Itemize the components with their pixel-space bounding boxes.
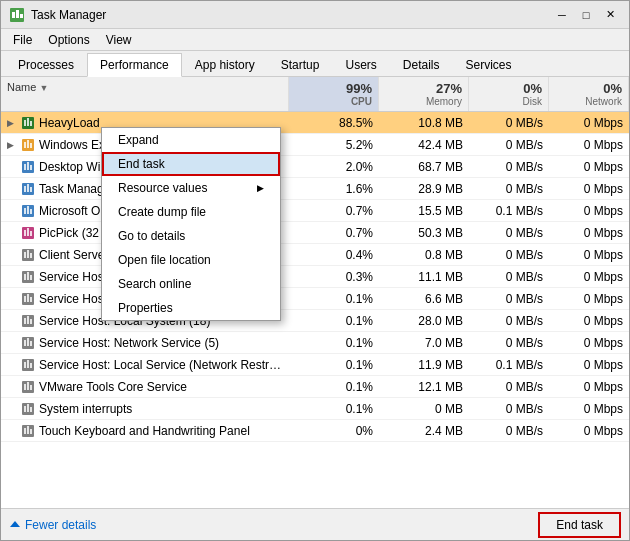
process-icon — [21, 204, 35, 218]
cell-cpu: 0.1% — [289, 378, 379, 396]
cell-cpu: 2.0% — [289, 158, 379, 176]
process-icon — [21, 116, 35, 130]
cell-cpu: 1.6% — [289, 180, 379, 198]
context-menu-item-properties[interactable]: Properties — [102, 296, 280, 320]
fewer-details-button[interactable]: Fewer details — [9, 518, 96, 532]
title-bar-left: Task Manager — [9, 7, 106, 23]
expand-arrow[interactable]: ▶ — [7, 118, 17, 128]
tab-services[interactable]: Services — [453, 53, 525, 76]
table-row[interactable]: VMware Tools Core Service0.1%12.1 MB0 MB… — [1, 376, 629, 398]
table-row[interactable]: Task Manager1.6%28.9 MB0 MB/s0 Mbps — [1, 178, 629, 200]
chevron-up-icon — [9, 519, 21, 531]
context-menu-item-create-dump-file[interactable]: Create dump file — [102, 200, 280, 224]
process-icon — [21, 248, 35, 262]
context-menu-label: Create dump file — [118, 205, 206, 219]
cell-network: 0 Mbps — [549, 246, 629, 264]
svg-rect-43 — [30, 319, 32, 324]
cell-cpu: 0.1% — [289, 400, 379, 418]
process-icon — [21, 270, 35, 284]
cell-cpu: 5.2% — [289, 136, 379, 154]
context-menu-label: End task — [118, 157, 165, 171]
table-row[interactable]: Service Host: Local Service (Network Res… — [1, 354, 629, 376]
tab-performance[interactable]: Performance — [87, 53, 182, 77]
context-menu-label: Expand — [118, 133, 159, 147]
task-manager-window: Task Manager ─ □ ✕ File Options View Pro… — [0, 0, 630, 541]
cell-network: 0 Mbps — [549, 158, 629, 176]
svg-rect-33 — [24, 274, 26, 280]
table-row[interactable]: Service Host: Local Service (No Network)… — [1, 266, 629, 288]
menu-view[interactable]: View — [98, 31, 140, 49]
tab-startup[interactable]: Startup — [268, 53, 333, 76]
table-header: Name ▼ 99% CPU 27% Memory 0% Disk — [1, 77, 629, 112]
table-row[interactable]: ▶ HeavyLoad88.5%10.8 MB0 MB/s0 Mbps — [1, 112, 629, 134]
col-memory[interactable]: 27% Memory — [379, 77, 469, 111]
svg-rect-15 — [30, 165, 32, 170]
process-name: System interrupts — [39, 402, 132, 416]
context-menu-item-end-task[interactable]: End task — [102, 152, 280, 176]
cell-network: 0 Mbps — [549, 290, 629, 308]
table-row[interactable]: System interrupts0.1%0 MB0 MB/s0 Mbps — [1, 398, 629, 420]
svg-rect-17 — [24, 186, 26, 192]
expand-arrow[interactable]: ▶ — [7, 140, 17, 150]
svg-rect-47 — [30, 341, 32, 346]
table-row[interactable]: ▶ Windows Explor...5.2%42.4 MB0 MB/s0 Mb… — [1, 134, 629, 156]
col-name[interactable]: Name ▼ — [1, 77, 289, 111]
maximize-button[interactable]: □ — [575, 6, 597, 24]
tab-processes[interactable]: Processes — [5, 53, 87, 76]
cell-cpu: 0.4% — [289, 246, 379, 264]
process-name: Service Host: Network Service (5) — [39, 336, 219, 350]
cell-disk: 0 MB/s — [469, 114, 549, 132]
svg-rect-1 — [12, 12, 15, 18]
table-row[interactable]: Microsoft OneD...0.7%15.5 MB0.1 MB/s0 Mb… — [1, 200, 629, 222]
tab-details[interactable]: Details — [390, 53, 453, 76]
table-row[interactable]: Service Host: Local System (18)0.1%28.0 … — [1, 310, 629, 332]
cell-disk: 0 MB/s — [469, 136, 549, 154]
table-body: ▶ HeavyLoad88.5%10.8 MB0 MB/s0 Mbps▶ Win… — [1, 112, 629, 493]
table-row[interactable]: Touch Keyboard and Handwriting Panel0%2.… — [1, 420, 629, 442]
context-menu-label: Properties — [118, 301, 173, 315]
svg-rect-29 — [24, 252, 26, 258]
cell-memory: 2.4 MB — [379, 422, 469, 440]
process-icon — [21, 226, 35, 240]
svg-rect-6 — [27, 118, 29, 126]
col-disk[interactable]: 0% Disk — [469, 77, 549, 111]
context-menu-item-search-online[interactable]: Search online — [102, 272, 280, 296]
cell-memory: 6.6 MB — [379, 290, 469, 308]
table-row[interactable]: Service Host: Network Service (5)0.1%7.0… — [1, 332, 629, 354]
process-name: HeavyLoad — [39, 116, 100, 130]
context-menu-item-go-to-details[interactable]: Go to details — [102, 224, 280, 248]
tab-users[interactable]: Users — [332, 53, 389, 76]
submenu-arrow: ▶ — [257, 183, 264, 193]
sort-arrow: ▼ — [39, 83, 48, 93]
table-row[interactable]: PicPick (32 bit)0.7%50.3 MB0 MB/s0 Mbps — [1, 222, 629, 244]
cell-cpu: 0.1% — [289, 334, 379, 352]
table-row[interactable]: Service Host: Remote Procedure Call (2)0… — [1, 288, 629, 310]
cell-cpu: 88.5% — [289, 114, 379, 132]
cell-disk: 0 MB/s — [469, 312, 549, 330]
svg-rect-50 — [27, 360, 29, 368]
context-menu-item-resource-values[interactable]: Resource values▶ — [102, 176, 280, 200]
context-menu-item-open-file-location[interactable]: Open file location — [102, 248, 280, 272]
minimize-button[interactable]: ─ — [551, 6, 573, 24]
menu-options[interactable]: Options — [40, 31, 97, 49]
cell-disk: 0 MB/s — [469, 158, 549, 176]
svg-rect-26 — [27, 228, 29, 236]
context-menu-item-expand[interactable]: Expand — [102, 128, 280, 152]
table-row[interactable]: Client Server Ru...0.4%0.8 MB0 MB/s0 Mbp… — [1, 244, 629, 266]
table-row[interactable]: Desktop Windo...2.0%68.7 MB0 MB/s0 Mbps — [1, 156, 629, 178]
context-menu: ExpandEnd taskResource values▶Create dum… — [101, 127, 281, 321]
cell-network: 0 Mbps — [549, 312, 629, 330]
col-network[interactable]: 0% Network — [549, 77, 629, 111]
svg-rect-31 — [30, 253, 32, 258]
cell-cpu: 0.7% — [289, 224, 379, 242]
svg-rect-53 — [24, 384, 26, 390]
svg-rect-45 — [24, 340, 26, 346]
col-cpu[interactable]: 99% CPU — [289, 77, 379, 111]
cell-memory: 15.5 MB — [379, 202, 469, 220]
end-task-button[interactable]: End task — [538, 512, 621, 538]
menu-file[interactable]: File — [5, 31, 40, 49]
svg-rect-63 — [30, 429, 32, 434]
tab-app-history[interactable]: App history — [182, 53, 268, 76]
process-icon — [21, 138, 35, 152]
close-button[interactable]: ✕ — [599, 6, 621, 24]
